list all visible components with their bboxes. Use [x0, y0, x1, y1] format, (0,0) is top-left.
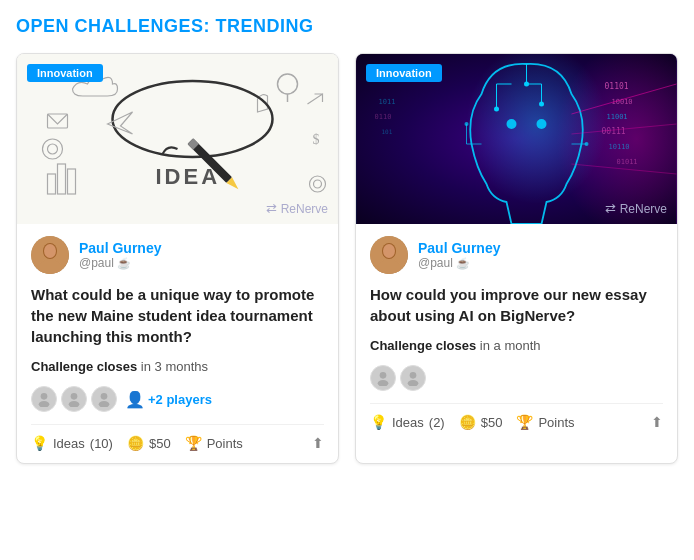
player-avatar-3	[91, 386, 117, 412]
card-1-footer: 💡 Ideas (10) 🪙 $50 🏆 Points ⬆	[31, 424, 324, 451]
card-2-body: Paul Gurney @paul ☕ How could you improv…	[356, 224, 677, 442]
svg-point-25	[101, 393, 108, 400]
coffee-icon-1: ☕	[117, 257, 131, 270]
svg-point-24	[69, 401, 80, 407]
card-1-closes: Challenge closes in 3 months	[31, 359, 324, 374]
svg-text:01011: 01011	[617, 158, 638, 166]
svg-point-30	[507, 119, 517, 129]
trophy-icon-1: 🏆	[185, 435, 202, 451]
player-avatar-1	[31, 386, 57, 412]
svg-point-44	[585, 142, 589, 146]
svg-text:101: 101	[382, 128, 393, 135]
share-icon-2: ⬆	[651, 414, 663, 430]
svg-point-37	[524, 82, 529, 87]
player-avatar-2	[61, 386, 87, 412]
card-1-renerve: ⇄ ReNerve	[266, 201, 328, 216]
card-1-author-info: Paul Gurney @paul ☕	[79, 240, 161, 270]
lightbulb-icon-1: 💡	[31, 435, 48, 451]
card-2-players	[370, 365, 663, 391]
coffee-icon-2: ☕	[456, 257, 470, 270]
trophy-icon-2: 🏆	[516, 414, 533, 430]
card-2-footer: 💡 Ideas (2) 🪙 $50 🏆 Points ⬆	[370, 403, 663, 430]
card-2-badge: Innovation	[366, 64, 442, 82]
svg-text:11001: 11001	[607, 113, 628, 121]
card-1-ideas[interactable]: 💡 Ideas (10)	[31, 435, 113, 451]
svg-point-21	[41, 393, 48, 400]
svg-point-31	[537, 119, 547, 129]
card-2-reward: 🪙 $50	[459, 414, 503, 430]
card-2-ideas[interactable]: 💡 Ideas (2)	[370, 414, 445, 430]
card-2-player-avatar-2	[400, 365, 426, 391]
card-2-closes: Challenge closes in a month	[370, 338, 663, 353]
svg-text:IDEA: IDEA	[156, 164, 221, 189]
card-2-author-handle: @paul ☕	[418, 256, 500, 270]
svg-point-26	[99, 401, 110, 407]
svg-point-62	[378, 380, 389, 386]
card-1-avatar	[31, 236, 69, 274]
renerve-icon-1: ⇄	[266, 201, 277, 216]
card-2-share[interactable]: ⬆	[651, 414, 663, 430]
card-1-reward: 🪙 $50	[127, 435, 171, 451]
svg-text:00111: 00111	[602, 127, 626, 136]
card-1-players: 👤 +2 players	[31, 386, 324, 412]
svg-point-38	[539, 102, 544, 107]
card-1-author-row: Paul Gurney @paul ☕	[31, 236, 324, 274]
card-1-body: Paul Gurney @paul ☕ What could be a uniq…	[17, 224, 338, 463]
card-image-1: $ IDEA	[17, 54, 338, 224]
svg-point-23	[71, 393, 78, 400]
reward-icon-1: 🪙	[127, 435, 144, 451]
svg-text:$: $	[313, 132, 320, 147]
svg-point-22	[39, 401, 50, 407]
svg-point-43	[465, 122, 469, 126]
challenge-card-1: $ IDEA	[16, 53, 339, 464]
svg-point-63	[410, 372, 417, 379]
card-2-avatar	[370, 236, 408, 274]
card-image-2: 01101 10010 11001 00111 10110 01011 1011…	[356, 54, 677, 224]
card-2-author-info: Paul Gurney @paul ☕	[418, 240, 500, 270]
share-icon-1: ⬆	[312, 435, 324, 451]
svg-point-64	[408, 380, 419, 386]
card-1-question: What could be a unique way to promote th…	[31, 284, 324, 347]
card-2-author-row: Paul Gurney @paul ☕	[370, 236, 663, 274]
card-2-player-avatar-1	[370, 365, 396, 391]
svg-text:10110: 10110	[609, 143, 630, 151]
reward-icon-2: 🪙	[459, 414, 476, 430]
renerve-icon-2: ⇄	[605, 201, 616, 216]
card-1-badge: Innovation	[27, 64, 103, 82]
svg-text:01101: 01101	[605, 82, 629, 91]
more-players-icon: 👤	[125, 390, 145, 409]
card-2-question: How could you improve our new essay abou…	[370, 284, 663, 326]
svg-text:0110: 0110	[375, 113, 392, 121]
card-1-points: 🏆 Points	[185, 435, 243, 451]
challenge-card-2: 01101 10010 11001 00111 10110 01011 1011…	[355, 53, 678, 464]
card-1-author-name: Paul Gurney	[79, 240, 161, 256]
card-1-share[interactable]: ⬆	[312, 435, 324, 451]
svg-text:1011: 1011	[379, 98, 396, 106]
card-2-points: 🏆 Points	[516, 414, 574, 430]
svg-point-20	[44, 244, 56, 258]
lightbulb-icon-2: 💡	[370, 414, 387, 430]
svg-point-39	[494, 107, 499, 112]
card-2-author-name: Paul Gurney	[418, 240, 500, 256]
page-title: OPEN CHALLENGES: TRENDING	[16, 16, 678, 37]
cards-container: $ IDEA	[16, 53, 678, 464]
more-players-label: 👤 +2 players	[125, 390, 212, 409]
card-2-renerve: ⇄ ReNerve	[605, 201, 667, 216]
svg-point-61	[380, 372, 387, 379]
svg-point-60	[383, 244, 395, 258]
card-1-author-handle: @paul ☕	[79, 256, 161, 270]
